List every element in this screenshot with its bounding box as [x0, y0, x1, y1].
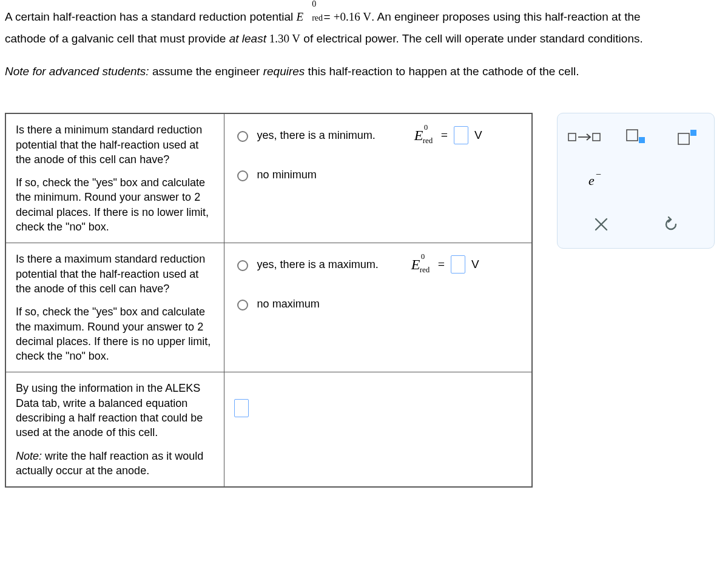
requires: requires — [263, 65, 305, 78]
min-question-1: Is there a minimum standard reduction po… — [16, 123, 214, 167]
reset-button[interactable] — [650, 212, 692, 237]
note-label: Note for advanced students: — [5, 65, 149, 78]
min-yes-label: yes, there is a minimum. — [257, 129, 376, 142]
yields-arrow-icon — [567, 131, 601, 143]
at-least: at least — [229, 32, 266, 45]
max-yes-radio[interactable] — [237, 260, 248, 271]
min-no-radio[interactable] — [237, 170, 248, 181]
text: cathode of a galvanic cell that must pro… — [5, 32, 229, 45]
e-sub-sup: 0red — [303, 5, 320, 21]
max-no-label: no maximum — [257, 298, 320, 310]
text: of electrical power. The cell will opera… — [300, 32, 643, 45]
text: assume the engineer — [149, 65, 263, 78]
max-value-input[interactable] — [451, 255, 465, 274]
eqn-question-note: Note: write the half reaction as it woul… — [16, 449, 214, 478]
svg-rect-4 — [639, 137, 645, 143]
eqn-question-1: By using the information in the ALEKS Da… — [16, 381, 214, 440]
problem-statement: A certain half-reaction has a standard r… — [5, 5, 723, 82]
yields-arrow-button[interactable] — [566, 124, 602, 150]
svg-rect-2 — [593, 133, 600, 141]
electron-button[interactable]: e− — [573, 168, 610, 193]
e-symbol: E — [297, 10, 304, 23]
text: this half-reaction to happen at the cath… — [305, 65, 579, 78]
text: . An engineer proposes using this half-r… — [371, 10, 641, 23]
svg-rect-3 — [627, 130, 638, 141]
max-question-2: If so, check the "yes" box and calculate… — [16, 304, 214, 363]
max-equation: E0red = V — [411, 255, 479, 274]
symbol-palette: e− — [557, 113, 715, 249]
min-yes-radio[interactable] — [237, 131, 248, 142]
max-unit: V — [471, 258, 479, 271]
superscript-icon — [677, 129, 698, 146]
min-value-input[interactable] — [454, 126, 468, 144]
max-question-cell: Is there a maximum standard reduction po… — [5, 243, 224, 372]
max-yes-label: yes, there is a maximum. — [257, 258, 379, 271]
required-voltage: 1.30 V — [266, 32, 300, 45]
max-no-radio[interactable] — [237, 300, 248, 310]
text: A certain half-reaction has a standard r… — [5, 10, 297, 23]
min-question-2: If so, check the "yes" box and calculate… — [16, 175, 214, 234]
svg-rect-0 — [568, 133, 576, 141]
equation-input[interactable] — [234, 399, 249, 417]
electron-icon: e− — [588, 173, 595, 189]
svg-rect-5 — [678, 133, 689, 144]
min-equation: E0red = V — [414, 126, 482, 144]
eqn-question-cell: By using the information in the ALEKS Da… — [5, 372, 224, 487]
svg-rect-6 — [690, 130, 696, 136]
min-question-cell: Is there a minimum standard reduction po… — [5, 113, 224, 243]
min-no-label: no minimum — [257, 169, 317, 181]
question-table: Is there a minimum standard reduction po… — [5, 113, 533, 488]
subscript-button[interactable] — [618, 124, 654, 150]
min-unit: V — [474, 129, 482, 142]
min-answer-cell: yes, there is a minimum. E0red = V no mi… — [224, 113, 532, 243]
close-icon — [593, 216, 609, 232]
superscript-button[interactable] — [669, 124, 706, 150]
undo-icon — [662, 216, 679, 233]
max-question-1: Is there a maximum standard reduction po… — [16, 252, 214, 296]
eqn-answer-cell — [224, 372, 532, 487]
unit: V — [360, 10, 371, 23]
reduction-potential-value: +0.16 — [334, 10, 360, 23]
subscript-icon — [625, 129, 646, 146]
max-answer-cell: yes, there is a maximum. E0red = V no ma… — [224, 243, 532, 372]
clear-button[interactable] — [580, 212, 622, 237]
